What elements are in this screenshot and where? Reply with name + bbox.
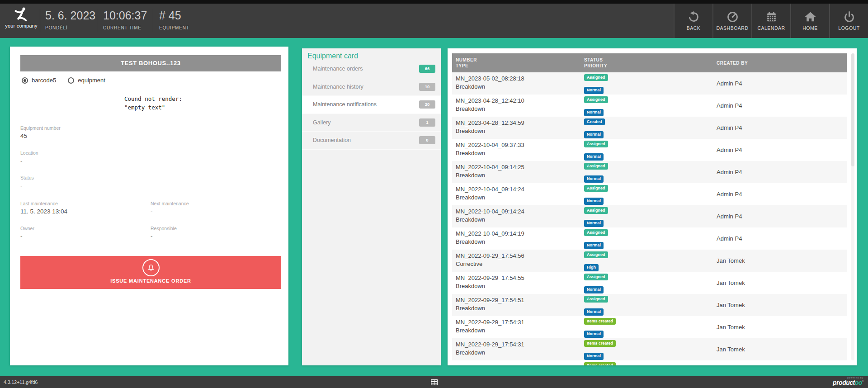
priority-badge: Normal bbox=[584, 220, 604, 227]
company-logo-icon bbox=[13, 6, 30, 23]
equipment-card-item[interactable]: Maintenance history 10 bbox=[302, 78, 441, 96]
header-divider bbox=[97, 9, 97, 32]
barcode5-radio[interactable] bbox=[22, 77, 28, 84]
equipment-card-list: Maintenance orders 66 Maintenance histor… bbox=[302, 60, 441, 150]
row-type: Breakdown bbox=[456, 105, 584, 112]
table-row[interactable]: MN_2022-10-04_09:14:25 Breakdown Assigne… bbox=[452, 161, 847, 183]
back-button[interactable]: BACK bbox=[674, 4, 712, 38]
equipment-radio-label[interactable]: equipment bbox=[78, 77, 105, 84]
status-badge: Assigned bbox=[584, 274, 608, 280]
grid-icon[interactable] bbox=[431, 379, 438, 387]
table-row[interactable]: Items created bbox=[452, 360, 847, 365]
calendar-button[interactable]: CALENDAR bbox=[751, 4, 790, 38]
current-time: 10:06:37 bbox=[103, 9, 147, 22]
row-type: Breakdown bbox=[456, 238, 584, 245]
row-created-by: Jan Tomek bbox=[717, 279, 745, 286]
equipment-card-item-label: Gallery bbox=[313, 119, 331, 126]
productoo-logo: powered by productoo® bbox=[833, 377, 863, 386]
table-row[interactable]: MN_2022-10-04_09:14:24 Breakdown Assigne… bbox=[452, 205, 847, 227]
table-row[interactable]: MN_2022-09-29_17:54:56 Corrective Assign… bbox=[452, 250, 847, 272]
priority-badge: Normal bbox=[584, 87, 604, 94]
status-badge: Assigned bbox=[584, 207, 608, 214]
equipment-card-title: Equipment card bbox=[307, 52, 358, 60]
calendar-icon bbox=[765, 11, 778, 23]
row-created-by: Admin P4 bbox=[717, 102, 742, 109]
table-row[interactable]: MN_2022-09-29_17:54:31 Breakdown Items c… bbox=[452, 316, 847, 338]
equipment-radio[interactable] bbox=[68, 77, 74, 84]
last-maintenance-field: Last maintenance 11. 5. 2023 13:04 bbox=[20, 201, 67, 215]
current-day-label: PONDĚLÍ bbox=[45, 25, 95, 30]
version-label: 4.3.12+11.g4fd6 bbox=[4, 376, 38, 388]
notifications-table: NUMBERTYPE STATUSPRIORITY CREATED BY MN_… bbox=[452, 53, 847, 365]
count-badge: 0 bbox=[419, 136, 435, 144]
app-header: your company 5. 6. 2023 PONDĚLÍ 10:06:37… bbox=[0, 4, 868, 38]
equipment-card-item[interactable]: Maintenance orders 66 bbox=[302, 60, 441, 78]
row-created-by: Jan Tomek bbox=[717, 346, 745, 353]
priority-badge: Normal bbox=[584, 308, 604, 315]
priority-badge: High bbox=[584, 264, 599, 271]
dashboard-button[interactable]: DASHBOARD bbox=[712, 4, 751, 38]
status-badge: Items created bbox=[584, 362, 616, 365]
table-row[interactable]: MN_2023-05-02_08:28:18 Breakdown Assigne… bbox=[452, 72, 847, 95]
status-badge: Assigned bbox=[584, 229, 608, 236]
row-created-by: Admin P4 bbox=[717, 191, 742, 198]
table-row[interactable]: MN_2022-09-29_17:54:55 Breakdown Assigne… bbox=[452, 272, 847, 294]
priority-badge: Normal bbox=[584, 286, 604, 293]
code-type-radio-group: barcode5 equipment bbox=[22, 77, 113, 84]
logout-icon bbox=[843, 11, 855, 23]
table-row[interactable]: MN_2022-10-04_09:14:19 Breakdown Assigne… bbox=[452, 227, 847, 250]
bell-icon bbox=[142, 259, 160, 276]
table-row[interactable]: MN_2022-10-04_09:14:24 Breakdown Assigne… bbox=[452, 183, 847, 205]
row-type: Breakdown bbox=[456, 172, 584, 179]
row-number: MN_2022-10-04_09:14:24 bbox=[456, 208, 584, 215]
equipment-number-value: # 45 bbox=[159, 9, 189, 22]
equipment-card-item[interactable]: Documentation 0 bbox=[302, 132, 441, 150]
equipment-title-bar: TEST BOHOUS..123 bbox=[20, 55, 281, 71]
row-created-by: Jan Tomek bbox=[717, 302, 745, 308]
table-row[interactable]: MN_2022-09-29_17:54:51 Breakdown Assigne… bbox=[452, 294, 847, 316]
row-number: MN_2022-09-29_17:54:31 bbox=[456, 319, 584, 326]
home-icon bbox=[804, 11, 816, 23]
row-created-by: Admin P4 bbox=[717, 147, 742, 153]
table-row[interactable]: MN_2023-04-28_12:42:10 Breakdown Assigne… bbox=[452, 95, 847, 117]
issue-maintenance-order-button[interactable]: ISSUE MAINTENANCE ORDER bbox=[20, 256, 281, 289]
table-scrollbar-thumb[interactable] bbox=[851, 53, 854, 166]
row-number: MN_2022-10-04_09:14:19 bbox=[456, 230, 584, 237]
row-number: MN_2022-10-04_09:14:24 bbox=[456, 186, 584, 193]
current-time-label: CURRENT TIME bbox=[103, 25, 147, 30]
equipment-card-item[interactable]: Maintenance notifications 20 bbox=[302, 96, 441, 114]
equipment-block: # 45 EQUIPMENT bbox=[159, 4, 189, 38]
header-nav: BACK DASHBOARD CALENDAR HOME bbox=[674, 4, 868, 38]
row-created-by: Admin P4 bbox=[717, 213, 742, 220]
row-number: MN_2023-04-28_12:34:59 bbox=[456, 119, 584, 126]
table-row[interactable]: MN_2023-04-28_12:34:59 Breakdown Created… bbox=[452, 117, 847, 139]
app-footer: 4.3.12+11.g4fd6 powered by productoo® bbox=[0, 376, 868, 388]
equipment-card-item-label: Maintenance history bbox=[313, 84, 363, 90]
home-button[interactable]: HOME bbox=[790, 4, 829, 38]
equipment-card-item[interactable]: Gallery 1 bbox=[302, 114, 441, 132]
dashboard-icon bbox=[726, 11, 739, 23]
header-divider bbox=[153, 9, 153, 32]
equipment-number-field: Equipment number 45 bbox=[20, 125, 61, 139]
render-error-message: Cound not render:"empty text" bbox=[124, 95, 182, 112]
header-divider bbox=[40, 9, 40, 32]
row-number: MN_2022-09-29_17:54:56 bbox=[456, 252, 584, 259]
logout-button[interactable]: LOGOUT bbox=[829, 4, 868, 38]
row-number: MN_2023-05-02_08:28:18 bbox=[456, 75, 584, 82]
equipment-card-panel: Equipment card Maintenance orders 66 Mai… bbox=[302, 48, 441, 365]
company-logo: your company bbox=[2, 5, 41, 37]
status-badge: Assigned bbox=[584, 251, 608, 258]
priority-badge: Normal bbox=[584, 331, 604, 337]
status-field: Status - bbox=[20, 175, 34, 189]
equipment-detail-panel: TEST BOHOUS..123 barcode5 equipment Coun… bbox=[10, 47, 288, 365]
equipment-card-item-label: Documentation bbox=[313, 137, 351, 143]
count-badge: 20 bbox=[419, 100, 435, 109]
status-badge: Assigned bbox=[584, 185, 608, 192]
barcode5-radio-label[interactable]: barcode5 bbox=[32, 77, 56, 84]
table-row[interactable]: MN_2022-09-29_17:54:31 Breakdown Items c… bbox=[452, 338, 847, 360]
count-badge: 66 bbox=[419, 65, 435, 73]
table-row[interactable]: MN_2022-10-04_09:37:33 Breakdown Assigne… bbox=[452, 139, 847, 161]
count-badge: 1 bbox=[419, 118, 435, 127]
date-block: 5. 6. 2023 PONDĚLÍ bbox=[45, 4, 95, 38]
row-type: Corrective bbox=[456, 260, 584, 267]
